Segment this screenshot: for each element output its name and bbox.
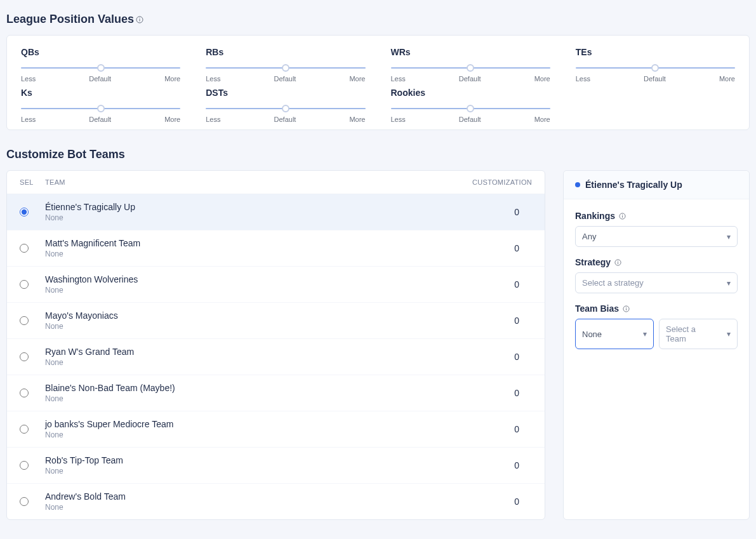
chevron-down-icon: ▾ [727,232,731,241]
team-select-radio[interactable] [20,316,29,325]
svg-rect-4 [622,215,623,217]
position-slider: WRs Less Default More [391,47,550,83]
rankings-select[interactable]: Any ▾ [575,226,738,247]
col-header-team: TEAM [45,178,456,186]
team-customization-count: 0 [456,207,532,217]
position-slider: Rookies Less Default More [391,88,550,123]
strategy-label: Strategy [575,257,738,267]
slider-max-label: More [349,75,365,83]
slider-mid-label: Default [89,75,111,83]
team-subtext: None [45,286,456,295]
table-header-row: SEL TEAM CUSTOMIZATION [7,171,545,194]
team-subtext: None [45,358,456,367]
slider-thumb[interactable] [282,64,289,72]
team-bias-type-select[interactable]: None ▾ [575,319,654,349]
team-bias-team-select[interactable]: Select a Team ▾ [659,319,738,349]
table-row[interactable]: Ryan W's Grand Team None 0 [7,339,545,375]
active-indicator-dot [575,182,580,187]
slider-max-label: More [164,75,180,83]
team-customization-count: 0 [456,460,532,470]
slider-track[interactable] [576,63,735,72]
team-select-radio[interactable] [20,244,29,253]
slider-max-label: More [534,75,550,83]
team-select-radio[interactable] [20,497,29,506]
table-row[interactable]: Blaine's Non-Bad Team (Maybe!) None 0 [7,375,545,411]
customize-bot-teams-heading: Customize Bot Teams [6,148,750,161]
team-name: Étienne's Tragically Up [45,202,456,212]
team-customization-count: 0 [456,279,532,289]
team-customization-count: 0 [456,496,532,507]
slider-track[interactable] [21,63,180,72]
slider-min-label: Less [391,75,406,83]
table-row[interactable]: Rob's Tip-Top Team None 0 [7,448,545,484]
svg-rect-5 [622,214,623,215]
team-select-radio[interactable] [20,389,29,397]
slider-mid-label: Default [459,116,481,123]
svg-rect-11 [626,307,627,307]
position-values-card: QBs Less Default More RBs Less Default M… [6,35,750,130]
svg-rect-1 [140,19,140,22]
slider-min-label: Less [206,75,220,83]
slider-max-label: More [349,116,365,123]
slider-max-label: More [719,75,735,83]
team-select-radio[interactable] [20,425,29,434]
slider-label: Ks [21,88,180,98]
chevron-down-icon: ▾ [727,329,731,338]
slider-min-label: Less [391,116,406,123]
bot-teams-table: SEL TEAM CUSTOMIZATION Étienne's Tragica… [6,170,545,520]
chevron-down-icon: ▾ [727,279,731,288]
strategy-select[interactable]: Select a strategy ▾ [575,272,738,293]
chevron-down-icon: ▾ [643,329,647,338]
slider-track[interactable] [21,104,180,113]
slider-mid-label: Default [274,116,296,123]
table-row[interactable]: Matt's Magnificent Team None 0 [7,230,545,267]
team-bias-label: Team Bias [575,303,738,314]
info-icon[interactable] [135,15,144,24]
slider-thumb[interactable] [467,105,474,112]
position-slider: TEs Less Default More [576,47,735,83]
slider-thumb[interactable] [97,105,105,112]
slider-track[interactable] [206,63,365,72]
team-select-radio[interactable] [20,208,29,216]
team-name: Washington Wolverines [45,274,456,284]
league-position-values-heading: League Position Values [6,13,750,26]
heading-text: League Position Values [6,13,134,26]
slider-mid-label: Default [89,116,111,123]
slider-thumb[interactable] [651,64,659,72]
team-name: Andrew's Bold Team [45,491,456,502]
info-icon[interactable] [613,258,622,267]
svg-rect-2 [140,18,140,18]
team-select-radio[interactable] [20,461,29,470]
info-icon[interactable] [621,304,630,313]
slider-thumb[interactable] [467,64,474,72]
team-subtext: None [45,322,456,331]
table-row[interactable]: Mayo's Mayoniacs None 0 [7,303,545,339]
table-row[interactable]: Andrew's Bold Team None 0 [7,484,545,519]
team-subtext: None [45,430,456,439]
team-subtext: None [45,503,456,512]
info-icon[interactable] [618,211,627,220]
team-customization-count: 0 [456,316,532,326]
slider-track[interactable] [391,104,550,113]
team-select-radio[interactable] [20,352,29,361]
panel-title: Étienne's Tragically Up [585,180,682,190]
table-row[interactable]: Étienne's Tragically Up None 0 [7,194,545,230]
team-name: jo banks's Super Mediocre Team [45,419,456,429]
team-customization-panel: Étienne's Tragically Up Rankings Any ▾ S… [563,170,750,520]
table-row[interactable]: jo banks's Super Mediocre Team None 0 [7,411,545,448]
position-slider: QBs Less Default More [21,47,180,83]
svg-rect-10 [626,308,627,310]
slider-label: QBs [21,47,180,57]
slider-track[interactable] [391,63,550,72]
table-row[interactable]: Washington Wolverines None 0 [7,267,545,303]
col-header-customization: CUSTOMIZATION [456,178,532,186]
slider-track[interactable] [206,104,365,113]
team-subtext: None [45,213,456,222]
team-select-radio[interactable] [20,280,29,289]
team-name: Ryan W's Grand Team [45,347,456,357]
slider-thumb[interactable] [97,64,105,72]
slider-mid-label: Default [459,75,481,83]
slider-max-label: More [534,116,550,123]
slider-thumb[interactable] [282,105,289,112]
team-subtext: None [45,394,456,403]
